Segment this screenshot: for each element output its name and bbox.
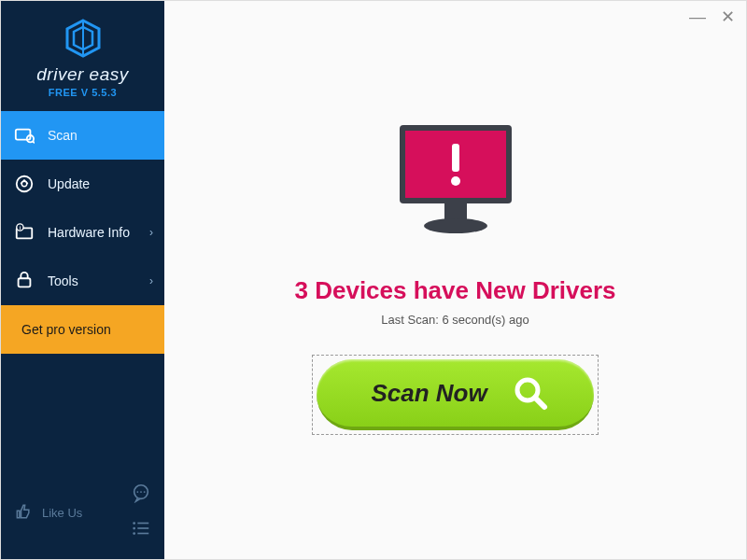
svg-point-18 (133, 527, 135, 530)
scan-icon (14, 125, 35, 146)
svg-point-16 (133, 522, 135, 525)
svg-point-15 (144, 491, 146, 493)
chevron-right-icon: › (149, 274, 153, 287)
svg-rect-26 (452, 144, 459, 172)
logo-area: driver easy FREE V 5.5.3 (1, 1, 164, 111)
sidebar-item-label: Hardware Info (48, 225, 130, 240)
update-icon (14, 174, 35, 194)
sidebar-item-hardware-info[interactable]: i Hardware Info › (1, 208, 164, 257)
svg-line-5 (33, 141, 35, 143)
sidebar-item-label: Tools (48, 273, 78, 288)
scan-button-focus-ring: Scan Now (312, 355, 598, 435)
brand-name: driver easy (36, 64, 128, 85)
sidebar-bottom: Like Us (1, 473, 164, 559)
close-button[interactable]: ✕ (721, 8, 735, 25)
sidebar-item-tools[interactable]: Tools › (1, 257, 164, 305)
svg-point-27 (451, 176, 460, 186)
sidebar-item-label: Update (48, 176, 90, 191)
list-icon[interactable] (131, 518, 151, 542)
sidebar-item-label: Get pro version (21, 322, 111, 337)
svg-rect-3 (16, 130, 31, 140)
like-us-label: Like Us (42, 506, 82, 520)
like-us-button[interactable]: Like Us (14, 502, 82, 524)
hardware-info-icon: i (14, 222, 35, 243)
thumbs-up-icon (14, 502, 33, 524)
version-label: FREE V 5.5.3 (49, 87, 117, 98)
nav: Scan Update i (1, 111, 164, 354)
svg-point-20 (133, 532, 135, 535)
svg-point-14 (140, 491, 142, 493)
status-headline: 3 Devices have New Drivers (295, 276, 616, 305)
main-content: 3 Devices have New Drivers Last Scan: 6 … (164, 1, 746, 559)
magnifier-icon (512, 374, 549, 412)
window-controls: — ✕ (689, 8, 735, 25)
last-scan-text: Last Scan: 6 second(s) ago (381, 313, 529, 327)
sidebar: driver easy FREE V 5.5.3 Scan (1, 1, 164, 559)
sidebar-item-label: Scan (48, 128, 78, 143)
scan-now-button[interactable]: Scan Now (317, 359, 593, 430)
bottom-icons (131, 483, 151, 542)
app-window: — ✕ driver easy FREE V 5.5.3 (0, 0, 747, 560)
sidebar-item-scan[interactable]: Scan (1, 111, 164, 160)
svg-point-25 (424, 218, 487, 233)
scan-button-label: Scan Now (371, 379, 486, 408)
minimize-button[interactable]: — (689, 8, 706, 25)
monitor-alert-illustration (381, 116, 530, 250)
sidebar-item-get-pro[interactable]: Get pro version (1, 305, 164, 354)
chat-icon[interactable] (131, 483, 151, 507)
svg-point-13 (136, 491, 138, 493)
sidebar-item-update[interactable]: Update (1, 160, 164, 208)
svg-point-7 (21, 181, 27, 187)
svg-rect-24 (444, 203, 467, 220)
svg-line-29 (535, 398, 544, 407)
svg-rect-11 (19, 278, 31, 287)
chevron-right-icon: › (149, 226, 153, 239)
brand-logo-icon (63, 18, 104, 59)
tools-icon (14, 271, 35, 291)
